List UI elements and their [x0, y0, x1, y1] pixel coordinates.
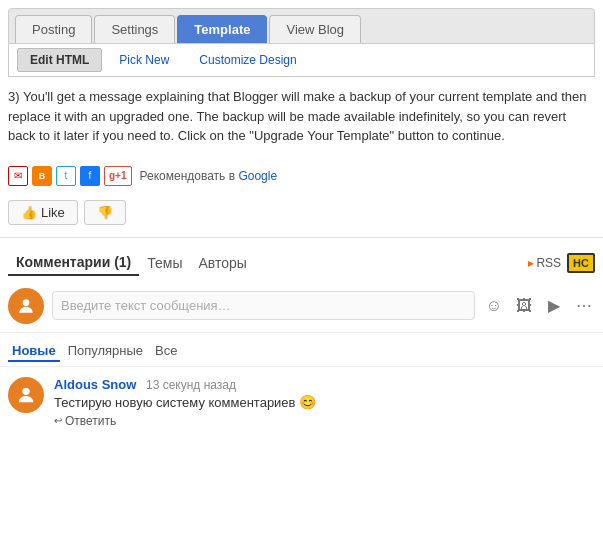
mail-icon[interactable]: ✉ [8, 166, 28, 186]
recommend-text: Рекомендовать в Google [140, 169, 278, 183]
like-button[interactable]: 👍 Like [8, 200, 78, 225]
comment-right: ▸ RSS HC [528, 253, 595, 273]
filter-tab-new[interactable]: Новые [8, 341, 60, 362]
more-button[interactable]: ⋯ [573, 295, 595, 317]
comment-input-box[interactable]: Введите текст сообщения… [52, 291, 475, 320]
svg-point-0 [23, 299, 30, 306]
comment-tab-comments[interactable]: Комментарии (1) [8, 250, 139, 276]
comment-body: Aldous Snow 13 секунд назад Тестирую нов… [54, 377, 316, 428]
thumbs-up-icon: 👍 [21, 205, 37, 220]
comment-item: Aldous Snow 13 секунд назад Тестирую нов… [0, 367, 603, 438]
rss-link[interactable]: ▸ RSS [528, 256, 561, 270]
avatar-icon [16, 296, 36, 316]
reply-arrow-icon: ↩ [54, 415, 62, 426]
commenter-avatar [8, 288, 44, 324]
comment-author[interactable]: Aldous Snow [54, 377, 136, 392]
sub-tab-edit-html[interactable]: Edit HTML [17, 48, 102, 72]
rss-icon: ▸ [528, 256, 534, 270]
sub-tab-customize-design[interactable]: Customize Design [186, 48, 309, 72]
reply-link[interactable]: ↩ Ответить [54, 414, 316, 428]
content-text: You'll get a message explaining that Blo… [8, 89, 586, 143]
comment-tabs: Комментарии (1) Темы Авторы [8, 250, 255, 276]
step-number: 3) [8, 89, 20, 104]
like-row: 👍 Like 👎 [0, 192, 603, 237]
blogger-icon[interactable]: B [32, 166, 52, 186]
tab-posting[interactable]: Posting [15, 15, 92, 43]
social-row: ✉ B t f g+1 Рекомендовать в Google [0, 156, 603, 192]
user-avatar [8, 377, 44, 413]
comment-placeholder: Введите текст сообщения… [61, 298, 466, 313]
filter-tab-popular[interactable]: Популярные [64, 341, 147, 362]
comment-text: Тестирую новую систему комментариев 😊 [54, 394, 316, 410]
comment-emoji: 😊 [299, 394, 316, 410]
comment-header: Комментарии (1) Темы Авторы ▸ RSS HC [0, 246, 603, 280]
image-button[interactable]: 🖼 [513, 295, 535, 317]
filter-tab-all[interactable]: Все [151, 341, 181, 362]
dislike-button[interactable]: 👎 [84, 200, 126, 225]
sub-tab-pick-new[interactable]: Pick New [106, 48, 182, 72]
tab-template[interactable]: Template [177, 15, 267, 43]
gplus-icon[interactable]: g+1 [104, 166, 132, 186]
emoji-button[interactable]: ☺ [483, 295, 505, 317]
facebook-icon[interactable]: f [80, 166, 100, 186]
thumbs-down-icon: 👎 [97, 205, 113, 220]
comment-section: Комментарии (1) Темы Авторы ▸ RSS HC Вве… [0, 237, 603, 438]
svg-point-1 [22, 387, 29, 394]
video-button[interactable]: ▶ [543, 295, 565, 317]
sub-nav: Edit HTML Pick New Customize Design [8, 44, 595, 77]
comment-tab-authors[interactable]: Авторы [191, 251, 255, 275]
comment-time: 13 секунд назад [146, 378, 236, 392]
comment-filter-tabs: Новые Популярные Все [0, 333, 603, 367]
tab-view-blog[interactable]: View Blog [269, 15, 361, 43]
blogger-nav: Posting Settings Template View Blog [8, 8, 595, 44]
comment-input-row: Введите текст сообщения… ☺ 🖼 ▶ ⋯ [0, 280, 603, 333]
google-link[interactable]: Google [238, 169, 277, 183]
twitter-icon[interactable]: t [56, 166, 76, 186]
user-avatar-icon [15, 384, 37, 406]
main-content: 3) You'll get a message explaining that … [0, 77, 603, 156]
hc-badge: HC [567, 253, 595, 273]
comment-icons: ☺ 🖼 ▶ ⋯ [483, 295, 595, 317]
comment-tab-themes[interactable]: Темы [139, 251, 190, 275]
tab-settings[interactable]: Settings [94, 15, 175, 43]
